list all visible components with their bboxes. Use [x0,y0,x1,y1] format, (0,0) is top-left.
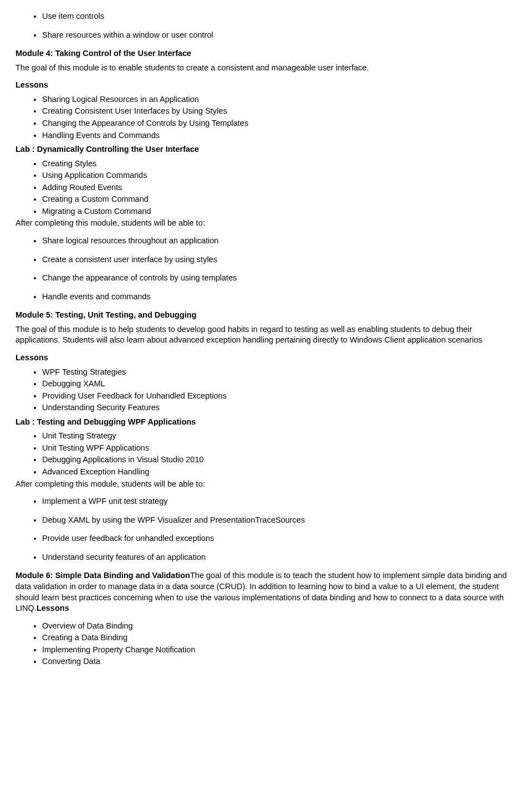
list-item: Creating a Data Binding [42,632,516,643]
module-6-lessons-list: Overview of Data Binding Creating a Data… [16,621,516,667]
list-item: Understand security features of an appli… [42,552,516,563]
list-item: Overview of Data Binding [42,621,516,632]
module-5-lessons-list: WPF Testing Strategies Debugging XAML Pr… [16,367,516,413]
module-4-lessons-list: Sharing Logical Resources in an Applicat… [16,94,516,141]
module-4-after-label: After completing this module, students w… [16,218,516,229]
module-5-lab-list: Unit Testing Strategy Unit Testing WPF A… [16,431,516,477]
list-item: Understanding Security Features [42,402,516,413]
module-4-lab-list: Creating Styles Using Application Comman… [16,159,516,217]
list-item: Change the appearance of controls by usi… [42,273,516,284]
list-item: Handling Events and Commands [42,130,516,141]
module-4-outcomes-list: Share logical resources throughout an ap… [16,236,516,302]
lessons-label: Lessons [16,353,516,364]
module-6-title: Module 6: Simple Data Binding and Valida… [16,571,190,580]
list-item: Provide user feedback for unhandled exce… [42,533,516,544]
module-5-lab-label: Lab : Testing and Debugging WPF Applicat… [16,417,516,428]
list-item: Create a consistent user interface by us… [42,254,516,265]
list-item: Debugging Applications in Visual Studio … [42,454,516,466]
list-item: Changing the Appearance of Controls by U… [42,118,516,129]
list-item: Implementing Property Change Notificatio… [42,645,516,656]
lessons-label: Lessons [37,604,69,612]
list-item: Creating Consistent User Interfaces by U… [42,106,516,117]
list-item: Creating a Custom Command [42,194,516,205]
list-item: WPF Testing Strategies [42,367,516,378]
list-item: Converting Data [42,656,516,667]
module-5-goal-text: The goal of this module is to help stude… [16,324,516,346]
module-6-intro: Module 6: Simple Data Binding and Valida… [16,570,516,614]
module-5-title: Module 5: Testing, Unit Testing, and Deb… [16,310,516,321]
list-item: Providing User Feedback for Unhandled Ex… [42,391,516,402]
list-item: Share resources within a window or user … [42,30,516,41]
list-item: Sharing Logical Resources in an Applicat… [42,94,516,105]
lessons-label: Lessons [16,80,516,91]
list-item: Advanced Exception Handling [42,467,516,478]
module-4-goal-text: The goal of this module is to enable stu… [16,63,516,74]
list-item: Adding Routed Events [42,182,516,193]
list-item: Unit Testing WPF Applications [42,443,516,454]
list-item: Implement a WPF unit test strategy [42,496,516,507]
list-item: Handle events and commands [42,292,516,303]
list-item: Migrating a Custom Command [42,206,516,217]
module-4-title: Module 4: Taking Control of the User Int… [16,48,516,59]
list-item: Using Application Commands [42,170,516,181]
list-item: Debugging XAML [42,379,516,390]
list-item: Use item controls [42,11,516,22]
list-item: Unit Testing Strategy [42,431,516,442]
list-item: Creating Styles [42,159,516,170]
module-5-after-label: After completing this module, students w… [16,479,516,490]
list-item: Share logical resources throughout an ap… [42,236,516,247]
prev-module-trailing-bullets: Use item controls Share resources within… [16,11,516,40]
module-5-outcomes-list: Implement a WPF unit test strategy Debug… [16,496,516,563]
module-4-lab-label: Lab : Dynamically Controlling the User I… [16,144,516,155]
list-item: Debug XAML by using the WPF Visualizer a… [42,515,516,526]
